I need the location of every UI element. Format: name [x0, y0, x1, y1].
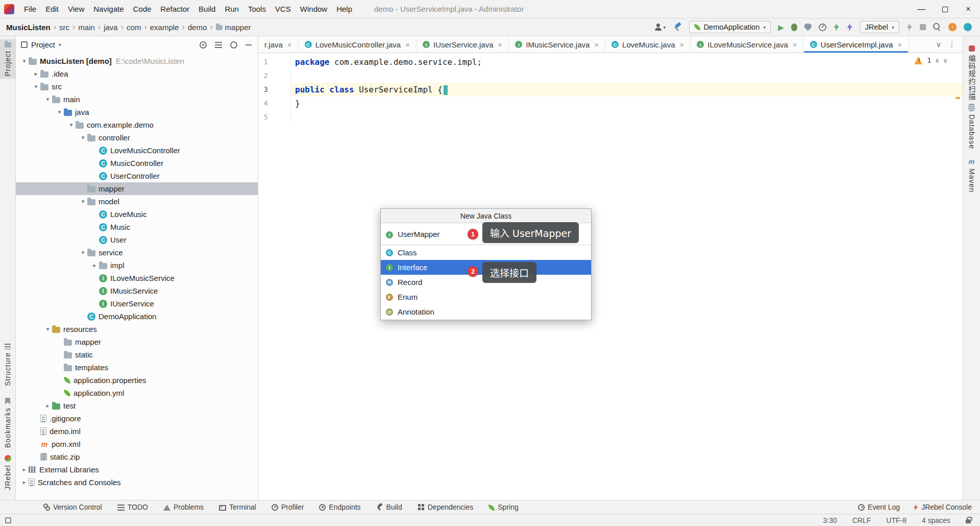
menu-vcs[interactable]: VCS — [271, 0, 296, 18]
indent-setting[interactable]: 4 spaces — [922, 516, 950, 524]
tab-close-icon[interactable]: × — [594, 40, 599, 49]
tree-item-music[interactable]: CMusic — [16, 221, 258, 233]
jrebel-run-button[interactable] — [834, 23, 840, 31]
tree-item-external-libraries[interactable]: ▸External Libraries — [16, 463, 258, 476]
breadcrumb-src[interactable]: src — [58, 23, 70, 32]
tab-iuserservice-java[interactable]: IIUserService.java× — [416, 36, 509, 53]
class-kind-enum[interactable]: EEnum — [381, 290, 591, 304]
user-menu-button[interactable]: ▾ — [654, 23, 666, 31]
chevron-collapsed-icon[interactable]: ▸ — [90, 262, 99, 269]
menu-tools[interactable]: Tools — [243, 0, 271, 18]
tool-button-build[interactable]: Build — [376, 503, 402, 511]
menu-run[interactable]: Run — [220, 0, 243, 18]
menu-help[interactable]: Help — [332, 0, 357, 18]
menu-view[interactable]: View — [63, 0, 89, 18]
menu-build[interactable]: Build — [194, 0, 220, 18]
tree-item-test[interactable]: ▸test — [16, 399, 258, 412]
tree-item-resources[interactable]: ▾resources — [16, 323, 258, 336]
tree-item-mapper[interactable]: mapper — [16, 336, 258, 348]
stop-button[interactable] — [920, 24, 926, 30]
tool-button-dependencies[interactable]: Dependencies — [418, 503, 474, 511]
next-issue-icon[interactable]: ∨ — [943, 57, 947, 64]
tree-item-service[interactable]: ▾service — [16, 246, 258, 259]
debug-button[interactable] — [791, 23, 797, 31]
caret-position[interactable]: 3:30 — [823, 516, 837, 524]
menu-code[interactable]: Code — [128, 0, 156, 18]
class-kind-class[interactable]: CClass — [381, 245, 591, 260]
tree-item-impl[interactable]: ▸impl — [16, 259, 258, 272]
chevron-expanded-icon[interactable]: ▾ — [32, 83, 40, 90]
menu-navigate[interactable]: Navigate — [89, 0, 128, 18]
tree-item-user[interactable]: CUser — [16, 233, 258, 246]
tree-item-src[interactable]: ▾src — [16, 80, 258, 93]
tree-item-templates[interactable]: templates — [16, 361, 258, 374]
line-separator[interactable]: CRLF — [852, 516, 871, 524]
chevron-down-icon[interactable]: ▾ — [59, 42, 61, 47]
tree-item-ilovemusicservice[interactable]: IILoveMusicService — [16, 272, 258, 284]
tree-item-iuserservice[interactable]: IIUserService — [16, 297, 258, 310]
rerun-disabled-button[interactable] — [906, 23, 913, 31]
run-configuration-selector[interactable]: DemoApplication ▾ — [689, 21, 771, 33]
tab-lovemusic-java[interactable]: CLoveMusic.java× — [605, 36, 691, 53]
editor[interactable]: 1package com.example.demo.service.impl;2… — [258, 53, 963, 500]
breadcrumb-main[interactable]: main — [77, 23, 96, 32]
breadcrumb-demo[interactable]: demo — [187, 23, 208, 32]
chevron-collapsed-icon[interactable]: ▸ — [20, 466, 29, 473]
maximize-button[interactable] — [933, 0, 957, 18]
chevron-expanded-icon[interactable]: ▾ — [79, 134, 87, 141]
readonly-lock-icon[interactable] — [966, 519, 971, 523]
tool-window-button-maven[interactable]: mMaven — [963, 156, 980, 195]
tab-r-java[interactable]: r.java× — [258, 36, 299, 53]
menu-refactor[interactable]: Refactor — [156, 0, 194, 18]
tool-button-todo[interactable]: TODO — [117, 503, 148, 511]
tab-imusicservice-java[interactable]: IIMusicService.java× — [509, 36, 605, 53]
tool-button-endpoints[interactable]: Endpoints — [319, 503, 360, 511]
tab-close-icon[interactable]: × — [897, 40, 902, 49]
tree-item-idea[interactable]: ▸.idea — [16, 67, 258, 80]
tool-window-button-structure[interactable]: Structure — [0, 342, 15, 388]
tab-close-icon[interactable]: × — [498, 40, 503, 49]
tab-lovemusiccontroller-java[interactable]: CLoveMusicController.java× — [299, 36, 416, 53]
tree-item-static-zip[interactable]: static.zip — [16, 450, 258, 463]
warning-stripe-mark[interactable] — [955, 97, 960, 99]
tool-window-button-project[interactable]: Project — [0, 39, 15, 79]
locate-file-icon[interactable] — [200, 41, 207, 49]
tree-item-com-example-demo[interactable]: ▾com.example.demo — [16, 118, 258, 131]
tree-item-model[interactable]: ▾model — [16, 195, 258, 208]
update-available-button[interactable]: ↑ — [948, 23, 957, 31]
tab-options-icon[interactable]: ⋮ — [948, 40, 955, 49]
tool-window-button-database[interactable]: Database — [963, 102, 980, 151]
hidden-tabs-chevron-icon[interactable]: ∨ — [936, 40, 941, 49]
profiler-button[interactable] — [819, 23, 826, 31]
tree-item-demoapplication[interactable]: CDemoApplication — [16, 310, 258, 323]
project-panel-title[interactable]: Project — [31, 40, 55, 49]
chevron-expanded-icon[interactable]: ▾ — [43, 96, 52, 103]
class-kind-annotation[interactable]: @Annotation — [381, 304, 591, 319]
breadcrumb-mapper[interactable]: mapper — [215, 23, 252, 32]
tool-button-spring[interactable]: Spring — [488, 503, 518, 511]
chevron-expanded-icon[interactable]: ▾ — [67, 122, 76, 128]
chevron-collapsed-icon[interactable]: ▸ — [20, 479, 29, 486]
code-line-5[interactable]: 5 — [258, 110, 963, 124]
tab-close-icon[interactable]: × — [405, 40, 410, 49]
chevron-expanded-icon[interactable]: ▾ — [43, 326, 52, 332]
tool-window-toggle-icon[interactable] — [5, 517, 11, 523]
tab-close-icon[interactable]: × — [793, 40, 797, 49]
run-button[interactable]: ▶ — [778, 23, 784, 31]
close-button[interactable]: × — [957, 0, 980, 18]
prev-issue-icon[interactable]: ∧ — [935, 57, 939, 64]
jrebel-debug-button[interactable] — [847, 23, 853, 31]
tree-item-application-yml[interactable]: application.yml — [16, 387, 258, 399]
gear-icon[interactable] — [230, 41, 237, 49]
menu-window[interactable]: Window — [296, 0, 332, 18]
tool-button-problems[interactable]: Problems — [163, 503, 204, 511]
chevron-expanded-icon[interactable]: ▾ — [20, 58, 29, 64]
tool-button-event-log[interactable]: Event Log — [858, 503, 900, 511]
chevron-collapsed-icon[interactable]: ▸ — [32, 70, 40, 77]
breadcrumb-example[interactable]: example — [149, 23, 180, 32]
tool-window-button-jrebel[interactable]: JRebel — [0, 453, 15, 492]
tree-item-lovemusiccontroller[interactable]: CLoveMusicController — [16, 144, 258, 157]
code-with-me-button[interactable] — [964, 23, 972, 31]
tree-item-application-properties[interactable]: application.properties — [16, 374, 258, 387]
tree-item-java[interactable]: ▾java — [16, 106, 258, 118]
